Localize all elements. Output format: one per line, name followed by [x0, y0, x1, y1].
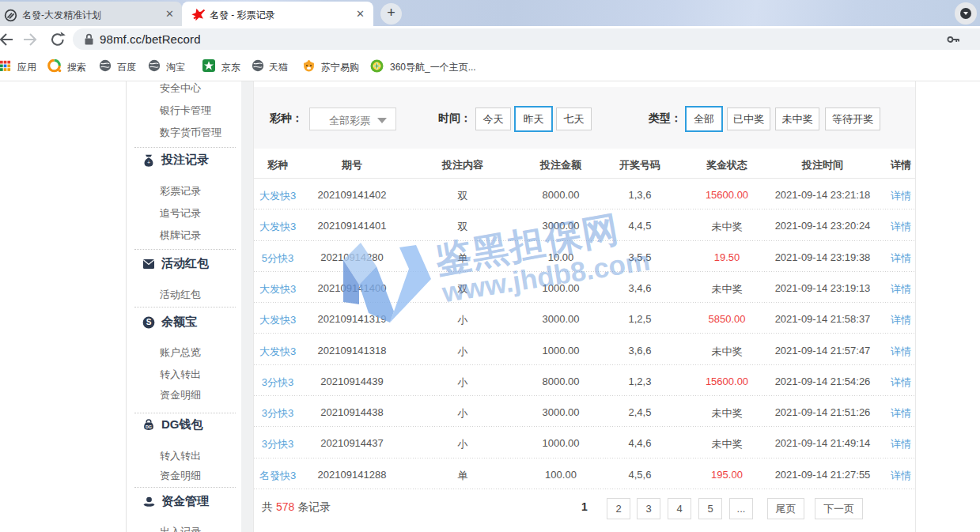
svg-text:S: S [146, 318, 152, 326]
svg-text:+: + [147, 160, 150, 165]
svg-text:DG: DG [146, 424, 152, 429]
